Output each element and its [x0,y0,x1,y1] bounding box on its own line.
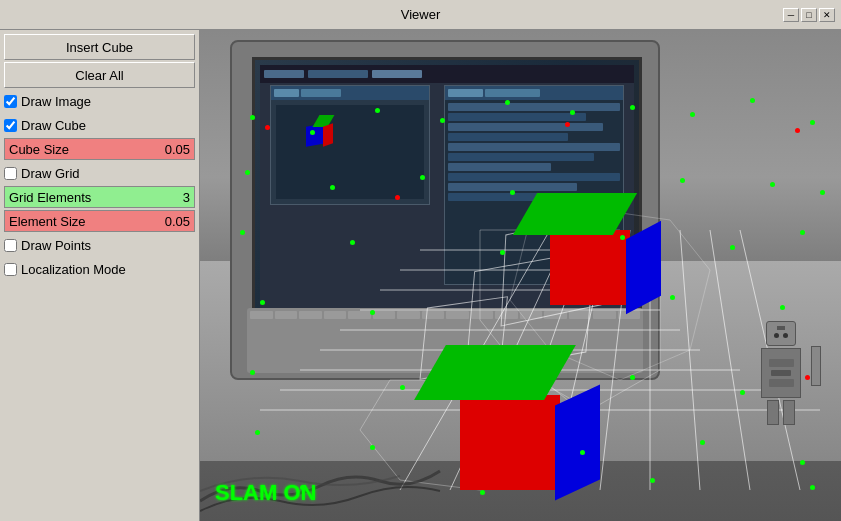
main-viewport: SLAM ON [200,30,841,521]
window-controls: ─ □ ✕ [783,8,835,22]
draw-points-label: Draw Points [21,238,91,253]
viewport-background: SLAM ON [200,30,841,521]
tracking-dot [350,240,355,245]
tracking-dot [740,390,745,395]
tracking-dot [620,235,625,240]
draw-cube-row: Draw Cube [4,114,195,136]
tracking-dot [440,118,445,123]
tracking-dot [750,98,755,103]
tracking-dot [680,178,685,183]
element-size-row: Element Size [4,210,195,232]
draw-grid-checkbox[interactable] [4,167,17,180]
tracking-dot [240,230,245,235]
draw-cube-label: Draw Cube [21,118,86,133]
draw-image-row: Draw Image [4,90,195,112]
tracking-dot [820,190,825,195]
grid-elements-input[interactable] [144,190,194,205]
tracking-dot [630,105,635,110]
tracking-dot [260,300,265,305]
tracking-dot [580,450,585,455]
tracking-dot [310,130,315,135]
localization-mode-row: Localization Mode [4,258,195,280]
tracking-dot [505,100,510,105]
tracking-dot [770,182,775,187]
tracking-dot [690,112,695,117]
robot-arm [811,346,821,386]
minimize-button[interactable]: ─ [783,8,799,22]
cube-large-right [555,385,600,501]
robot-figure [751,321,811,441]
cube-medium-front [550,230,630,305]
grid-elements-label: Grid Elements [5,190,144,205]
tracking-dot [780,305,785,310]
tracking-dot [800,460,805,465]
tracking-dot-red [395,195,400,200]
clear-all-button[interactable]: Clear All [4,62,195,88]
tracking-dot [375,108,380,113]
tracking-dot [800,230,805,235]
tracking-dot [650,478,655,483]
insert-cube-button[interactable]: Insert Cube [4,34,195,60]
cube-medium [530,185,660,305]
tracking-dot-red [265,125,270,130]
tracking-dot [250,115,255,120]
maximize-button[interactable]: □ [801,8,817,22]
grid-elements-row: Grid Elements [4,186,195,208]
left-panel: Insert Cube Clear All Draw Image Draw Cu… [0,30,200,521]
tracking-dot-red [795,128,800,133]
robot-head [766,321,796,346]
cube-medium-right [626,221,661,315]
cube-size-input[interactable] [144,142,194,157]
title-bar: Viewer ─ □ ✕ [0,0,841,30]
robot-legs [751,400,811,425]
robot-body [761,348,801,398]
tracking-dot [570,110,575,115]
draw-image-label: Draw Image [21,94,91,109]
tracking-dot [370,310,375,315]
screen-taskbar [260,65,634,83]
tracking-dot-red [565,122,570,127]
draw-points-row: Draw Points [4,234,195,256]
tracking-dot [700,440,705,445]
tracking-dot [500,250,505,255]
tracking-dot [730,245,735,250]
draw-grid-row: Draw Grid [4,162,195,184]
cube-size-label: Cube Size [5,142,144,157]
tracking-dot [420,175,425,180]
screen-window-1 [270,85,430,205]
window-title: Viewer [401,7,441,22]
cube-size-row: Cube Size [4,138,195,160]
draw-grid-label: Draw Grid [21,166,80,181]
cube-medium-top [513,193,637,235]
localization-mode-checkbox[interactable] [4,263,17,276]
draw-points-checkbox[interactable] [4,239,17,252]
close-button[interactable]: ✕ [819,8,835,22]
tracking-dot [630,375,635,380]
element-size-input[interactable] [144,214,194,229]
tracking-dot [810,120,815,125]
draw-image-checkbox[interactable] [4,95,17,108]
draw-cube-checkbox[interactable] [4,119,17,132]
tracking-dot [510,190,515,195]
tracking-dot [330,185,335,190]
slam-status: SLAM ON [215,480,316,506]
localization-mode-label: Localization Mode [21,262,126,277]
tracking-dot [245,170,250,175]
tracking-dot [670,295,675,300]
element-size-label: Element Size [5,214,144,229]
tracking-dot [810,485,815,490]
